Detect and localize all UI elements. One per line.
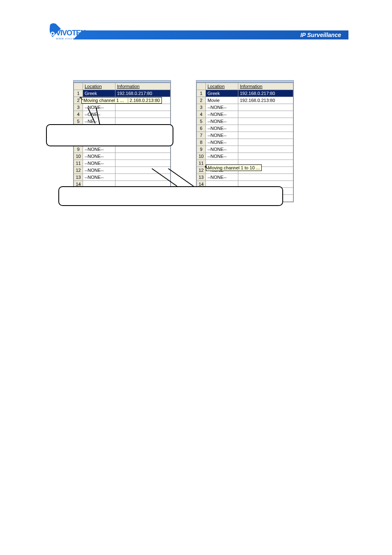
cell-information (115, 146, 170, 153)
cell-information: 192.168.0.217:80 (115, 90, 170, 97)
annotation-callout (58, 186, 283, 206)
cell-location: --NONE-- (206, 153, 238, 160)
col-information[interactable]: Information (238, 83, 293, 90)
table-row[interactable]: 10--NONE-- (197, 153, 293, 160)
row-number: 5 (197, 118, 206, 125)
cell-location: --NONE-- (206, 132, 238, 139)
table-row[interactable]: 4--NONE-- (197, 111, 293, 118)
cell-location: --NONE-- (206, 125, 238, 132)
table-row[interactable]: 13--NONE-- (74, 174, 171, 181)
cell-information (115, 118, 170, 125)
row-number: 8 (197, 139, 206, 146)
cell-location: --NONE-- (206, 111, 238, 118)
row-number: 11 (74, 160, 83, 167)
svg-point-1 (52, 33, 54, 35)
row-number: 3 (74, 104, 83, 111)
tooltip-partial-info: 2.168.0.213:80 (128, 98, 160, 103)
col-num[interactable] (197, 83, 206, 90)
table-row[interactable]: 1Greek192.168.0.217:80 (74, 90, 171, 97)
cell-information (238, 174, 293, 181)
row-number: 1 (74, 90, 83, 97)
table-row[interactable]: 12--NONE-- (74, 167, 171, 174)
cell-information (115, 167, 170, 174)
table-row[interactable]: 9--NONE-- (197, 146, 293, 153)
cell-location: Greek (206, 90, 238, 97)
row-number: 9 (197, 146, 206, 153)
col-num[interactable] (74, 83, 83, 90)
cell-location: Movie (206, 97, 238, 104)
cell-information (115, 160, 170, 167)
cell-information (238, 118, 293, 125)
drag-tooltip: Moving channel 1 ... 2.168.0.213:80 (81, 97, 162, 104)
row-number: 4 (74, 111, 83, 118)
table-row[interactable]: 1Greek192.168.0.217:80 (197, 90, 293, 97)
cell-location: --NONE-- (206, 174, 238, 181)
cell-information (238, 125, 293, 132)
table-row[interactable]: 10--NONE-- (74, 153, 171, 160)
row-number: 3 (197, 104, 206, 111)
table-row[interactable]: 13--NONE-- (197, 174, 293, 181)
cell-information: 192.168.0.217:80 (238, 90, 293, 97)
row-number: 6 (197, 125, 206, 132)
col-information[interactable]: Information (115, 83, 170, 90)
connector-line (168, 168, 194, 187)
table-row[interactable]: 7--NONE-- (197, 132, 293, 139)
table-row[interactable]: 8--NONE-- (197, 139, 293, 146)
table-row[interactable]: 9--NONE-- (74, 146, 171, 153)
row-number: 5 (74, 118, 83, 125)
row-number: 10 (74, 153, 83, 160)
row-number: 12 (74, 167, 83, 174)
cell-location: --NONE-- (206, 146, 238, 153)
cell-information (238, 104, 293, 111)
cell-location: --NONE-- (206, 104, 238, 111)
header-banner: VIVOTEK WWW.VIVOTEK.COM IP Surveillance (0, 16, 392, 40)
cell-location: --NONE-- (83, 160, 115, 167)
cell-location: --ONE-- (83, 111, 115, 118)
cell-information (115, 111, 170, 118)
col-location[interactable]: Location (83, 83, 115, 90)
table-row[interactable]: 11--NONE-- (74, 160, 171, 167)
row-number: 9 (74, 146, 83, 153)
tooltip-text: Moving channel 1 ... (83, 98, 124, 103)
channel-grid[interactable]: Location Information 1Greek192.168.0.217… (196, 83, 293, 202)
row-number: 12 (197, 167, 206, 174)
table-row[interactable]: 3--NONE-- (197, 104, 293, 111)
table-row[interactable]: 4--ONE-- (74, 111, 171, 118)
table-row[interactable]: 5--NONE-- (197, 118, 293, 125)
table-row[interactable]: 5--NE-- (74, 118, 171, 125)
row-number: 13 (74, 174, 83, 181)
cell-information (238, 146, 293, 153)
cell-information (238, 139, 293, 146)
cell-location: --NONE-- (83, 146, 115, 153)
col-location[interactable]: Location (206, 83, 238, 90)
table-header-row: Location Information (74, 83, 171, 90)
table-row[interactable]: 2Movie192.168.0.213:80 (197, 97, 293, 104)
cell-information (115, 174, 170, 181)
cell-information (115, 104, 170, 111)
row-number: 13 (197, 174, 206, 181)
cell-location: --NONE-- (83, 167, 115, 174)
cell-location: Greek (83, 90, 115, 97)
cell-location: --NONE-- (206, 139, 238, 146)
row-number: 7 (197, 132, 206, 139)
row-number: 10 (197, 153, 206, 160)
cell-location: --NONE-- (83, 153, 115, 160)
row-number: 11 (197, 160, 206, 167)
cell-information (238, 111, 293, 118)
cell-location: --NONE-- (83, 174, 115, 181)
table-row[interactable]: 6--NONE-- (197, 125, 293, 132)
cell-information (115, 153, 170, 160)
cell-information: 192.168.0.213:80 (238, 97, 293, 104)
banner-tagline: IP Surveillance (82, 30, 348, 39)
row-number: 2 (197, 97, 206, 104)
cell-information (238, 132, 293, 139)
row-number: 4 (197, 111, 206, 118)
channel-table-right: Location Information 1Greek192.168.0.217… (196, 80, 294, 202)
drag-tooltip: Moving channel 1 to 10 ... (206, 164, 262, 171)
cell-location: --NONE-- (206, 118, 238, 125)
annotation-callout (46, 124, 173, 146)
table-header-row: Location Information (197, 83, 293, 90)
cell-information (238, 153, 293, 160)
row-number: 1 (197, 90, 206, 97)
